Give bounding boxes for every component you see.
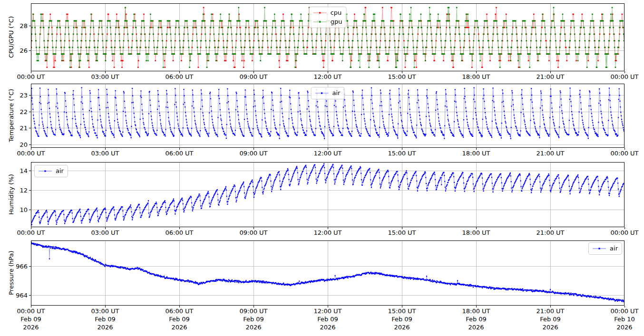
x-tick-label: 06:00 UTFeb 092026 bbox=[165, 307, 193, 331]
x-tick-label: 00:00 UT bbox=[17, 73, 45, 81]
y-tick-mark bbox=[29, 128, 31, 128]
legend-entry: air bbox=[315, 89, 341, 97]
legend-entry: air bbox=[38, 167, 64, 175]
x-tick-label: 21:00 UT bbox=[536, 149, 564, 157]
x-tick-label-line: 2026 bbox=[536, 323, 564, 331]
x-tick-label: 00:00 UTFeb 092026 bbox=[17, 307, 45, 331]
x-tick-label: 09:00 UT bbox=[239, 149, 267, 157]
x-tick-label: 06:00 UT bbox=[165, 229, 193, 237]
y-tick-label: 966 bbox=[5, 262, 28, 269]
x-tick-label-line: 06:00 UT bbox=[165, 307, 193, 315]
x-tick-label: 21:00 UTFeb 092026 bbox=[536, 307, 564, 331]
x-tick-label: 09:00 UT bbox=[239, 73, 267, 81]
y-tick-label: 23 bbox=[5, 92, 28, 99]
x-tick-label-line: 12:00 UT bbox=[313, 307, 342, 315]
x-tick-label: 00:00 UT bbox=[17, 229, 45, 237]
x-tick-label: 06:00 UT bbox=[165, 149, 193, 157]
x-tick-label: 09:00 UTFeb 092026 bbox=[239, 307, 267, 331]
y-tick-label: 21 bbox=[5, 125, 28, 132]
x-tick-label-line: Feb 10 bbox=[610, 315, 638, 323]
legend-label: air bbox=[332, 89, 341, 97]
x-tick-label: 03:00 UT bbox=[91, 73, 119, 81]
y-tick-mark bbox=[29, 266, 31, 267]
x-tick-label-line: 2026 bbox=[165, 323, 193, 331]
x-tick-label-line: Feb 09 bbox=[91, 315, 119, 323]
x-tick-label: 03:00 UT bbox=[91, 149, 119, 157]
y-tick-mark bbox=[29, 295, 31, 296]
y-tick-label: 964 bbox=[5, 292, 28, 299]
x-tick-label-line: Feb 09 bbox=[239, 315, 267, 323]
legend-label: air bbox=[56, 167, 64, 175]
x-tick-label: 12:00 UT bbox=[313, 149, 342, 157]
legend-label: air bbox=[610, 244, 618, 253]
y-tick-label: 26 bbox=[5, 47, 28, 54]
x-tick-label-line: 2026 bbox=[610, 323, 638, 331]
y-tick-label: 12 bbox=[5, 187, 28, 194]
legend-entry: air bbox=[592, 244, 618, 253]
x-tick-label-line: 2026 bbox=[388, 323, 416, 331]
x-tick-label-line: 09:00 UT bbox=[239, 307, 267, 315]
x-tick-label: 18:00 UTFeb 092026 bbox=[462, 307, 490, 331]
temperature-legend: air bbox=[311, 87, 345, 99]
x-tick-label-line: 15:00 UT bbox=[388, 307, 416, 315]
legend-label: gpu bbox=[331, 18, 342, 26]
x-tick-label-line: 2026 bbox=[313, 323, 342, 331]
x-tick-label-line: 2026 bbox=[462, 323, 490, 331]
x-tick-label-line: Feb 09 bbox=[388, 315, 416, 323]
x-tick-label-line: Feb 09 bbox=[313, 315, 342, 323]
y-tick-label: 22 bbox=[5, 108, 28, 115]
x-tick-label: 18:00 UT bbox=[462, 73, 490, 81]
x-tick-label: 18:00 UT bbox=[462, 149, 490, 157]
figure: CPU/GPU (°C) Temperature (°C) Humidity (… bbox=[0, 0, 644, 336]
x-tick-label-line: 18:00 UT bbox=[462, 307, 490, 315]
legend-label: cpu bbox=[331, 9, 342, 17]
x-tick-label: 15:00 UTFeb 092026 bbox=[388, 307, 416, 331]
x-tick-label: 15:00 UT bbox=[388, 229, 416, 237]
cpu-gpu-legend: cpugpu bbox=[309, 7, 347, 28]
y-tick-mark bbox=[29, 171, 31, 171]
x-tick-label-line: Feb 09 bbox=[462, 315, 490, 323]
humidity-legend: air bbox=[34, 165, 68, 177]
legend-line-sample-icon bbox=[592, 246, 606, 251]
y-tick-label: 10 bbox=[5, 206, 28, 213]
x-tick-label-line: 2026 bbox=[91, 323, 119, 331]
x-tick-label-line: 21:00 UT bbox=[536, 307, 564, 315]
x-tick-label: 09:00 UT bbox=[239, 229, 267, 237]
x-tick-label-line: Feb 09 bbox=[536, 315, 564, 323]
y-tick-mark bbox=[29, 26, 31, 26]
x-tick-label: 21:00 UT bbox=[536, 73, 564, 81]
legend-line-sample-icon bbox=[315, 91, 329, 96]
y-tick-mark bbox=[29, 144, 31, 145]
legend-entry: gpu bbox=[313, 18, 342, 26]
x-tick-label: 12:00 UTFeb 092026 bbox=[313, 307, 342, 331]
ylabel-pressure: Pressure (hPa) bbox=[8, 250, 15, 295]
x-tick-label: 21:00 UT bbox=[536, 229, 564, 237]
pressure-plot-canvas bbox=[31, 240, 624, 306]
y-tick-label: 20 bbox=[5, 141, 28, 148]
x-tick-label: 03:00 UTFeb 092026 bbox=[91, 307, 119, 331]
x-tick-label-line: 03:00 UT bbox=[91, 307, 119, 315]
x-tick-label: 00:00 UT bbox=[610, 73, 638, 81]
x-tick-label: 06:00 UT bbox=[165, 73, 193, 81]
x-tick-label-line: 2026 bbox=[239, 323, 267, 331]
y-tick-mark bbox=[29, 95, 31, 96]
y-tick-mark bbox=[29, 112, 31, 112]
pressure-legend: air bbox=[588, 242, 622, 255]
x-tick-label: 00:00 UTFeb 102026 bbox=[610, 307, 638, 331]
x-tick-label: 00:00 UT bbox=[610, 229, 638, 237]
x-tick-label: 12:00 UT bbox=[313, 73, 342, 81]
y-tick-mark bbox=[29, 190, 31, 191]
y-tick-label: 14 bbox=[5, 167, 28, 174]
y-tick-label: 28 bbox=[5, 22, 28, 29]
x-tick-label: 03:00 UT bbox=[91, 229, 119, 237]
x-tick-label: 15:00 UT bbox=[388, 73, 416, 81]
x-tick-label-line: 2026 bbox=[17, 323, 45, 331]
x-tick-label: 00:00 UT bbox=[17, 149, 45, 157]
x-tick-label: 18:00 UT bbox=[462, 229, 490, 237]
x-tick-label: 12:00 UT bbox=[313, 229, 342, 237]
legend-line-sample-icon bbox=[313, 19, 327, 24]
legend-entry: cpu bbox=[313, 9, 342, 17]
humidity-plot-canvas bbox=[31, 162, 624, 227]
x-tick-label-line: Feb 09 bbox=[17, 315, 45, 323]
x-tick-label: 00:00 UT bbox=[610, 149, 638, 157]
